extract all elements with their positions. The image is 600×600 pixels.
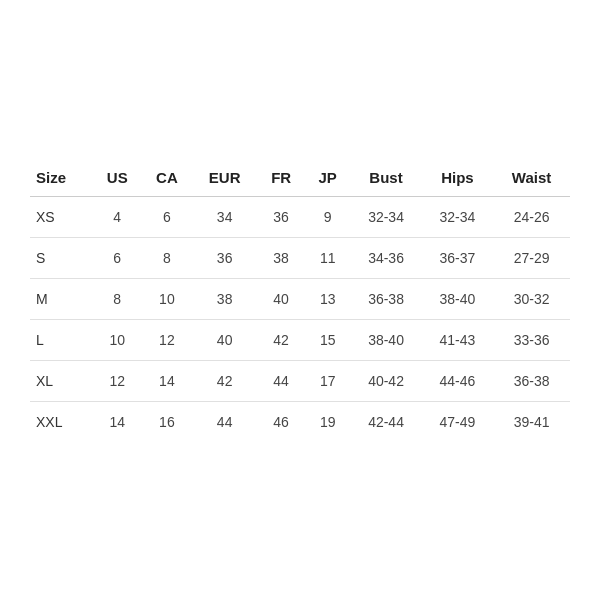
cell-row0-col3: 34 [192,196,257,237]
table-row: XL121442441740-4244-4636-38 [30,360,570,401]
cell-row0-col8: 24-26 [493,196,570,237]
cell-row4-col4: 44 [257,360,305,401]
cell-row4-col6: 40-42 [350,360,421,401]
cell-row4-col2: 14 [142,360,192,401]
header-waist: Waist [493,159,570,197]
cell-row5-col0: XXL [30,401,93,442]
cell-row1-col6: 34-36 [350,237,421,278]
cell-row5-col5: 19 [305,401,350,442]
cell-row4-col8: 36-38 [493,360,570,401]
cell-row5-col8: 39-41 [493,401,570,442]
cell-row1-col1: 6 [93,237,142,278]
table-body: XS463436932-3432-3424-26S6836381134-3636… [30,196,570,442]
table-row: S6836381134-3636-3727-29 [30,237,570,278]
cell-row5-col6: 42-44 [350,401,421,442]
cell-row2-col2: 10 [142,278,192,319]
cell-row5-col1: 14 [93,401,142,442]
cell-row5-col7: 47-49 [422,401,493,442]
cell-row5-col3: 44 [192,401,257,442]
cell-row3-col8: 33-36 [493,319,570,360]
table-row: L101240421538-4041-4333-36 [30,319,570,360]
cell-row5-col2: 16 [142,401,192,442]
table-row: XS463436932-3432-3424-26 [30,196,570,237]
cell-row2-col7: 38-40 [422,278,493,319]
cell-row0-col6: 32-34 [350,196,421,237]
cell-row1-col5: 11 [305,237,350,278]
cell-row3-col3: 40 [192,319,257,360]
cell-row0-col0: XS [30,196,93,237]
table-row: XXL141644461942-4447-4939-41 [30,401,570,442]
cell-row3-col4: 42 [257,319,305,360]
cell-row2-col6: 36-38 [350,278,421,319]
cell-row4-col1: 12 [93,360,142,401]
cell-row4-col3: 42 [192,360,257,401]
cell-row1-col4: 38 [257,237,305,278]
cell-row3-col0: L [30,319,93,360]
cell-row0-col4: 36 [257,196,305,237]
cell-row2-col4: 40 [257,278,305,319]
table-row: M81038401336-3838-4030-32 [30,278,570,319]
size-chart-table: SizeUSCAEURFRJPBustHipsWaist XS463436932… [30,159,570,442]
cell-row5-col4: 46 [257,401,305,442]
cell-row0-col7: 32-34 [422,196,493,237]
cell-row1-col0: S [30,237,93,278]
header-size: Size [30,159,93,197]
cell-row3-col6: 38-40 [350,319,421,360]
header-fr: FR [257,159,305,197]
cell-row4-col0: XL [30,360,93,401]
cell-row4-col7: 44-46 [422,360,493,401]
table-header-row: SizeUSCAEURFRJPBustHipsWaist [30,159,570,197]
cell-row0-col2: 6 [142,196,192,237]
header-jp: JP [305,159,350,197]
cell-row1-col7: 36-37 [422,237,493,278]
cell-row3-col2: 12 [142,319,192,360]
cell-row2-col8: 30-32 [493,278,570,319]
cell-row2-col5: 13 [305,278,350,319]
cell-row2-col3: 38 [192,278,257,319]
header-eur: EUR [192,159,257,197]
header-hips: Hips [422,159,493,197]
cell-row3-col7: 41-43 [422,319,493,360]
cell-row4-col5: 17 [305,360,350,401]
cell-row3-col1: 10 [93,319,142,360]
cell-row1-col8: 27-29 [493,237,570,278]
cell-row0-col5: 9 [305,196,350,237]
cell-row0-col1: 4 [93,196,142,237]
cell-row3-col5: 15 [305,319,350,360]
size-chart-container: SizeUSCAEURFRJPBustHipsWaist XS463436932… [20,139,580,462]
cell-row2-col0: M [30,278,93,319]
header-ca: CA [142,159,192,197]
cell-row2-col1: 8 [93,278,142,319]
cell-row1-col3: 36 [192,237,257,278]
header-bust: Bust [350,159,421,197]
header-us: US [93,159,142,197]
cell-row1-col2: 8 [142,237,192,278]
